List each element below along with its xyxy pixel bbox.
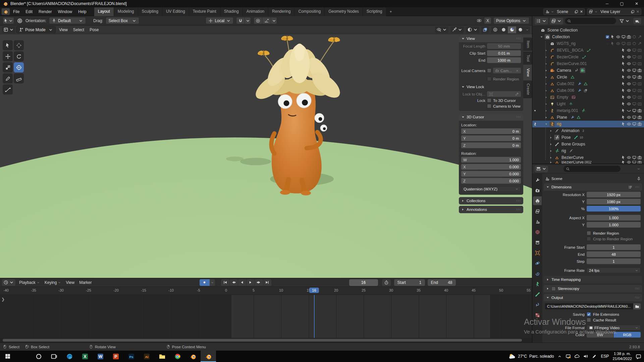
field-step[interactable]: 1 — [587, 258, 641, 264]
screen-icon[interactable] — [632, 102, 637, 106]
properties-tab-bone[interactable] — [533, 290, 542, 299]
menu-window[interactable]: Window — [55, 9, 75, 14]
cursor-rotation-w[interactable]: W1.000 — [461, 157, 521, 163]
eye-icon[interactable] — [627, 61, 631, 66]
tool-breakdowner[interactable] — [3, 84, 13, 95]
object-visibility-dropdown[interactable] — [435, 26, 448, 33]
taskbar-search[interactable] — [15, 351, 31, 362]
shading-rendered-button[interactable] — [516, 26, 525, 33]
properties-tab-physics[interactable] — [533, 259, 542, 267]
eye-icon[interactable] — [627, 115, 631, 120]
blender-menu-button[interactable] — [1, 8, 10, 15]
eye-icon[interactable] — [627, 155, 631, 160]
orientation-gizmo-icon[interactable] — [17, 18, 23, 24]
playhead[interactable] — [314, 295, 315, 338]
field-aspect-x[interactable]: 1.000 — [587, 215, 641, 221]
camera-x-icon[interactable] — [637, 81, 642, 86]
properties-search[interactable] — [564, 166, 621, 172]
pointer-icon[interactable] — [621, 108, 626, 113]
drag-dropdown[interactable]: Select Box — [106, 17, 139, 24]
outliner-row-metarig-001[interactable]: metarig.001 — [532, 107, 644, 114]
browse-folder-button[interactable] — [633, 303, 641, 309]
viewport-menu-select[interactable]: Select — [70, 27, 87, 32]
proportional-dropdown[interactable] — [271, 17, 277, 24]
eye-icon[interactable] — [616, 41, 621, 46]
pin-icon[interactable] — [637, 177, 641, 181]
workspace-tab-animation[interactable]: Animation — [243, 7, 268, 16]
screen-icon[interactable] — [632, 155, 637, 160]
camera-icon[interactable] — [627, 35, 631, 39]
rotation-mode-dropdown[interactable]: Quaternion (WXYZ) — [461, 186, 521, 192]
checkbox-render-region[interactable] — [587, 231, 591, 235]
taskbar-chrome[interactable] — [170, 351, 185, 362]
play-button[interactable] — [246, 279, 255, 286]
field-resolution-x[interactable]: 1920 px — [587, 192, 641, 197]
tool-measure[interactable] — [14, 73, 24, 83]
prev-keyframe-button[interactable] — [229, 279, 238, 286]
minimize-button[interactable]: ─ — [600, 0, 614, 7]
taskbar-weather[interactable]: 27°C Parc. soleado — [508, 353, 554, 360]
frame-start-field[interactable]: Start1 — [394, 279, 425, 286]
jump-end-button[interactable] — [263, 279, 271, 286]
checkbox-crop-to-render-region[interactable] — [587, 237, 591, 241]
shading-solid-button[interactable] — [499, 26, 508, 33]
outliner-row-empty[interactable]: Empty — [532, 94, 644, 101]
outliner-row-animation[interactable]: Animation2 — [532, 127, 644, 134]
pivot-point-dropdown[interactable]: Local — [206, 17, 233, 24]
properties-tab-bone-constraint[interactable] — [533, 300, 542, 309]
outliner-row-beziercurve-001[interactable]: BezierCurve.001 — [532, 60, 644, 67]
camera-x-icon[interactable] — [637, 48, 642, 53]
screen-icon[interactable] — [632, 75, 637, 79]
taskbar-cortana[interactable] — [31, 351, 46, 362]
outliner-row-light[interactable]: Light — [532, 101, 644, 107]
screen-icon[interactable] — [621, 41, 626, 46]
eye-icon[interactable] — [627, 122, 631, 126]
orientation-dropdown[interactable]: Default — [49, 17, 86, 24]
menu-help[interactable]: Help — [75, 9, 90, 14]
tool-cursor[interactable] — [14, 40, 24, 50]
focal-length-field[interactable]: 50 mm — [487, 43, 521, 49]
workspace-tab-shading[interactable]: Shading — [220, 7, 243, 16]
circle-icon[interactable] — [632, 41, 637, 46]
eyedropper-icon[interactable] — [515, 92, 519, 96]
auto-keying-toggle[interactable] — [200, 279, 210, 286]
scrollbar-thumb[interactable] — [3, 339, 522, 342]
mode-dropdown[interactable]: Pose Mode — [16, 26, 56, 33]
color-mode-rgb[interactable]: RGB — [614, 332, 641, 338]
file-format-dropdown[interactable]: FFmpeg Video — [587, 325, 641, 330]
local-camera-field[interactable]: Cam... — [493, 68, 521, 73]
menu-file[interactable]: File — [10, 9, 22, 14]
eye-icon[interactable] — [627, 161, 631, 164]
gizmos-dropdown[interactable] — [450, 26, 464, 33]
close-button[interactable]: ✕ — [629, 0, 644, 7]
cursor-location-z[interactable]: Z0 m — [461, 142, 521, 148]
screen-icon[interactable] — [632, 122, 637, 126]
timeline-menu-view[interactable]: View — [63, 280, 77, 285]
camera-to-view-checkbox[interactable] — [487, 104, 491, 108]
pointer-icon[interactable] — [610, 41, 615, 46]
viewport-menu-pose[interactable]: Pose — [87, 27, 101, 32]
view-panel-header[interactable]: View∷∷ — [459, 35, 523, 42]
outliner-row-camera[interactable]: Camera — [532, 67, 644, 74]
new-scene-icon[interactable] — [574, 10, 578, 14]
tool-transform[interactable] — [14, 62, 24, 72]
screen-icon[interactable] — [632, 61, 637, 66]
properties-tab-world[interactable] — [533, 228, 542, 236]
new-collection-button[interactable] — [633, 17, 642, 24]
stereoscopy-checkbox[interactable] — [551, 287, 556, 291]
remove-layer-icon[interactable] — [636, 10, 640, 13]
cursor-rotation-y[interactable]: Y0.000 — [461, 171, 521, 177]
eye-icon[interactable] — [627, 68, 631, 73]
timeline-tracks[interactable]: ❯ — [0, 295, 532, 338]
pointer-icon[interactable] — [621, 95, 626, 100]
outliner-row-beziercircle[interactable]: BezierCircle — [532, 54, 644, 60]
camera-icon[interactable] — [637, 122, 642, 126]
outliner-row-cube-006[interactable]: Cube.006 — [532, 87, 644, 94]
properties-tab-object[interactable] — [533, 248, 542, 257]
camera-icon[interactable] — [637, 115, 642, 120]
auto-keying-dropdown[interactable] — [210, 279, 215, 286]
language-indicator[interactable]: ESP — [601, 354, 609, 359]
screen-icon[interactable] — [632, 68, 637, 73]
workspace-tab-modeling[interactable]: Modeling — [114, 7, 138, 16]
cursor-rotation-z[interactable]: Z0.000 — [461, 178, 521, 184]
